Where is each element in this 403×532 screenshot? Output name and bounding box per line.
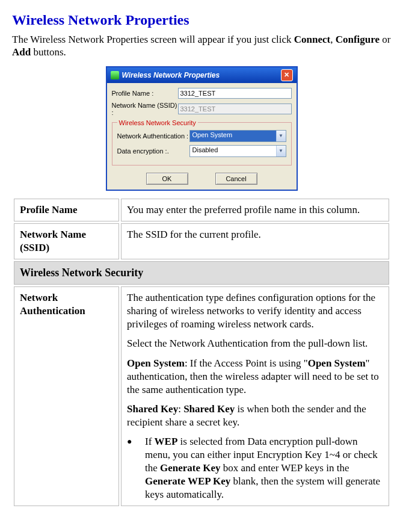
- close-icon[interactable]: ✕: [281, 69, 293, 81]
- row-ssid-desc: The SSID for the current profile.: [121, 223, 389, 259]
- profile-name-input[interactable]: [178, 88, 292, 99]
- row-profile-name-label: Profile Name: [14, 199, 119, 221]
- wireless-properties-dialog: Wireless Network Properties ✕ Profile Na…: [106, 66, 298, 191]
- row-profile-name-desc: You may enter the preferred profile name…: [121, 199, 389, 221]
- enc-dropdown[interactable]: Disabled ▼: [189, 145, 286, 157]
- auth-p1: The authentication type defines configur…: [127, 291, 383, 331]
- row-auth-label: Network Authentication: [14, 286, 119, 506]
- intro-paragraph: The Wireless Network Properties screen w…: [12, 33, 391, 59]
- auth-bullet: ● If WEP is selected from Data encryptio…: [127, 435, 383, 501]
- intro-add: Add: [12, 46, 31, 58]
- bullet-icon: ●: [127, 435, 134, 501]
- enc-label: Data encryption :.: [117, 147, 189, 155]
- section-header-security: Wireless Network Security: [14, 261, 389, 285]
- auth-p2: Select the Network Authentication from t…: [127, 337, 383, 350]
- row-auth-desc: The authentication type defines configur…: [121, 286, 389, 506]
- auth-p4: Shared Key: Shared Key is when both the …: [127, 403, 383, 429]
- auth-label: Network Authentication :: [117, 132, 189, 140]
- intro-text: The Wireless Network Properties screen w…: [12, 34, 294, 45]
- intro-connect: Connect: [294, 34, 330, 45]
- cancel-button[interactable]: Cancel: [215, 173, 257, 185]
- auth-value: Open System: [190, 131, 276, 141]
- dialog-titlebar: Wireless Network Properties ✕: [107, 67, 297, 83]
- ssid-input[interactable]: [178, 104, 292, 114]
- intro-configure: Configure: [336, 34, 380, 45]
- ssid-label: Network Name (SSID) :: [112, 102, 178, 116]
- chevron-down-icon[interactable]: ▼: [276, 146, 286, 156]
- dialog-screenshot: Wireless Network Properties ✕ Profile Na…: [12, 66, 391, 191]
- auth-dropdown[interactable]: Open System ▼: [189, 130, 286, 142]
- properties-table: Profile Name You may enter the preferred…: [12, 197, 391, 509]
- bullet-text: If WEP is selected from Data encryption …: [145, 435, 383, 501]
- enc-value: Disabled: [190, 146, 276, 156]
- row-ssid-label: Network Name (SSID): [14, 223, 119, 259]
- dialog-title: Wireless Network Properties: [122, 71, 220, 79]
- app-icon: [111, 71, 119, 79]
- security-fieldset: Wireless Network Security Network Authen…: [112, 119, 292, 165]
- ok-button[interactable]: OK: [146, 173, 188, 185]
- security-legend: Wireless Network Security: [117, 119, 198, 126]
- page-heading: Wireless Network Properties: [12, 12, 391, 28]
- profile-name-label: Profile Name :: [112, 90, 178, 97]
- auth-p3: Open System: If the Access Point is usin…: [127, 357, 383, 397]
- chevron-down-icon[interactable]: ▼: [276, 131, 286, 141]
